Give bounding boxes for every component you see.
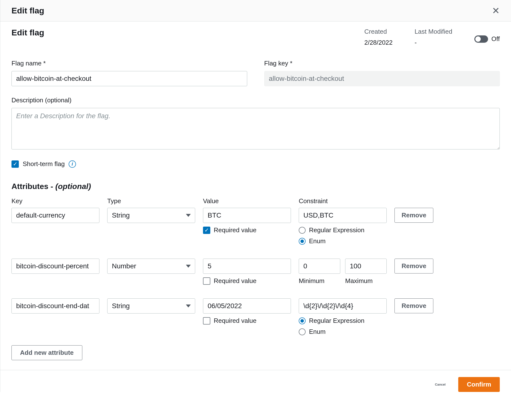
modal-title: Edit flag — [11, 6, 44, 15]
description-label: Description (optional) — [11, 96, 500, 104]
max-label: Maximum — [345, 277, 387, 285]
attribute-row: ✓ Required value Regular Expression Enum — [11, 208, 500, 245]
required-value-checkbox[interactable]: ✓ — [203, 227, 210, 234]
created-value: 2/28/2022 — [364, 39, 393, 46]
constraint-enum-radio[interactable]: Enum — [299, 328, 387, 336]
short-term-flag-label: Short-term flag — [23, 160, 65, 168]
remove-attribute-button[interactable]: Remove — [394, 298, 433, 313]
page-header: Edit flag Created 2/28/2022 Last Modifie… — [11, 28, 500, 46]
flag-name-input[interactable] — [11, 71, 247, 86]
constraint-regex-radio[interactable]: Regular Expression — [299, 317, 387, 325]
modal-titlebar: Edit flag ✕ — [0, 0, 511, 21]
col-constraint: Constraint — [299, 197, 387, 205]
remove-attribute-button[interactable]: Remove — [394, 259, 433, 273]
required-value-label: Required value — [214, 317, 256, 325]
page-title: Edit flag — [11, 28, 44, 37]
required-value-checkbox[interactable]: ✓ — [203, 277, 210, 285]
col-key: Key — [11, 197, 99, 205]
attr-min-input[interactable] — [299, 259, 340, 274]
flag-name-label: Flag name * — [11, 60, 247, 67]
col-value: Value — [203, 197, 291, 205]
attr-key-input[interactable] — [11, 298, 99, 314]
attr-value-input[interactable] — [203, 259, 291, 274]
attributes-heading: Attributes - (optional) — [11, 182, 500, 191]
attr-key-input[interactable] — [11, 208, 99, 223]
flag-enabled-toggle[interactable] — [474, 35, 488, 43]
attr-type-select[interactable] — [107, 259, 195, 274]
attr-type-select[interactable] — [107, 298, 195, 314]
attr-constraint-input[interactable] — [299, 298, 387, 314]
attr-type-select[interactable] — [107, 208, 195, 223]
modal-footer: Cancel Confirm — [0, 370, 511, 392]
meta-block: Created 2/28/2022 Last Modified - Off — [364, 28, 500, 46]
constraint-regex-radio[interactable]: Regular Expression — [299, 226, 387, 234]
attribute-row: ✓ Required value Regular Expression Enum — [11, 298, 500, 336]
required-value-label: Required value — [214, 226, 256, 234]
attribute-row: ✓ Required value Minimum Maximum Remove — [11, 259, 500, 285]
close-icon[interactable]: ✕ — [492, 6, 500, 15]
modified-value: - — [415, 39, 452, 46]
confirm-button[interactable]: Confirm — [458, 377, 500, 392]
flag-key-input — [264, 71, 500, 86]
created-label: Created — [364, 28, 393, 35]
col-type: Type — [107, 197, 195, 205]
required-value-label: Required value — [214, 277, 256, 285]
description-textarea[interactable] — [11, 108, 500, 149]
attr-key-input[interactable] — [11, 259, 99, 274]
attr-value-input[interactable] — [203, 298, 291, 314]
min-label: Minimum — [299, 277, 340, 285]
info-icon[interactable]: i — [69, 160, 76, 168]
remove-attribute-button[interactable]: Remove — [394, 208, 433, 223]
toggle-state-label: Off — [491, 35, 500, 43]
attr-value-input[interactable] — [203, 208, 291, 223]
required-value-checkbox[interactable]: ✓ — [203, 317, 210, 325]
constraint-enum-radio[interactable]: Enum — [299, 237, 387, 245]
add-attribute-button[interactable]: Add new attribute — [11, 345, 82, 360]
short-term-flag-checkbox[interactable]: ✓ — [11, 160, 19, 168]
modified-label: Last Modified — [415, 28, 452, 35]
attr-max-input[interactable] — [345, 259, 387, 274]
flag-key-label: Flag key * — [264, 60, 500, 67]
cancel-button[interactable]: Cancel — [428, 377, 453, 392]
attr-constraint-input[interactable] — [299, 208, 387, 223]
